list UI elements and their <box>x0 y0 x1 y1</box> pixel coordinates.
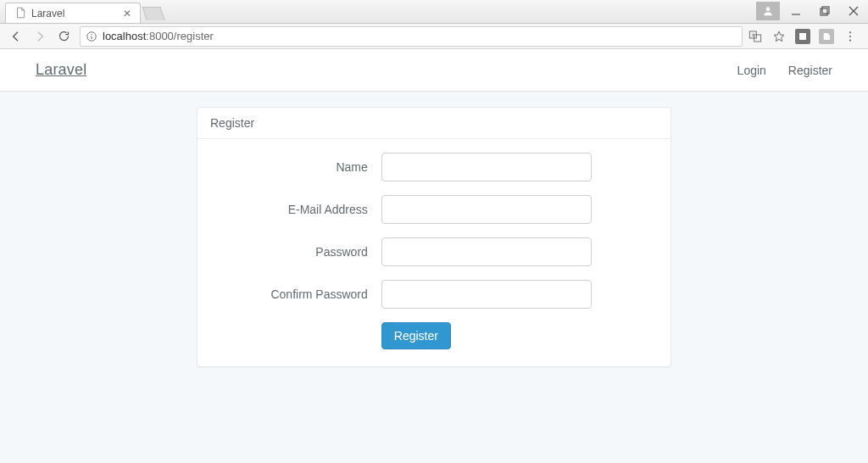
close-icon[interactable] <box>839 1 868 21</box>
app-navbar: Laravel Login Register <box>0 49 868 92</box>
brand-link[interactable]: Laravel <box>36 61 86 79</box>
url-port: :8000 <box>146 30 174 42</box>
minimize-icon[interactable] <box>782 1 810 21</box>
site-info-icon[interactable] <box>86 31 97 42</box>
svg-rect-13 <box>799 33 806 40</box>
name-field[interactable] <box>381 153 593 181</box>
nav-register-link[interactable]: Register <box>788 64 832 77</box>
maximize-icon[interactable] <box>810 1 839 21</box>
svg-rect-3 <box>822 7 829 14</box>
form-row-password: Password <box>214 237 654 266</box>
name-label: Name <box>214 160 381 174</box>
email-label: E-Mail Address <box>214 203 381 216</box>
address-bar: localhost:8000/register 文 <box>0 24 868 49</box>
browser-chrome: Laravel ✕ <box>0 0 868 49</box>
nav-links: Login Register <box>737 64 832 77</box>
back-button[interactable] <box>5 25 27 47</box>
url-path: /register <box>174 30 214 42</box>
svg-point-15 <box>849 35 851 36</box>
page-body: Laravel Login Register Register Name E-M… <box>0 49 868 463</box>
confirm-password-label: Confirm Password <box>214 287 381 301</box>
new-tab-button[interactable] <box>142 7 164 20</box>
address-bar-actions: 文 <box>748 29 863 44</box>
svg-point-14 <box>849 31 851 33</box>
extension-icon[interactable] <box>795 29 810 44</box>
confirm-password-field[interactable] <box>381 280 593 309</box>
user-icon[interactable] <box>756 2 780 20</box>
svg-point-8 <box>91 34 92 35</box>
form-row-email: E-Mail Address <box>214 195 654 224</box>
url-host: localhost <box>103 30 146 42</box>
tab-title: Laravel <box>31 8 64 20</box>
email-field[interactable] <box>381 195 593 224</box>
panel-body: Name E-Mail Address Password <box>198 139 670 366</box>
url-text: localhost:8000/register <box>103 30 214 42</box>
reload-button[interactable] <box>53 25 75 47</box>
password-label: Password <box>214 245 381 259</box>
main-container: Register Name E-Mail Address Password <box>36 92 832 367</box>
translate-icon[interactable]: 文 <box>748 29 763 44</box>
pdf-icon[interactable] <box>819 29 834 44</box>
svg-rect-2 <box>821 8 827 15</box>
browser-tab[interactable]: Laravel ✕ <box>5 3 141 23</box>
svg-point-16 <box>849 39 851 41</box>
form-row-confirm: Confirm Password <box>214 280 654 309</box>
tab-group: Laravel ✕ <box>0 0 163 23</box>
tab-bar: Laravel ✕ <box>0 0 868 24</box>
panel-heading: Register <box>198 108 670 139</box>
star-icon[interactable] <box>771 29 787 44</box>
form-row-name: Name <box>214 153 654 181</box>
window-controls <box>756 0 868 23</box>
svg-text:文: 文 <box>751 32 755 37</box>
password-field[interactable] <box>381 237 593 266</box>
kebab-icon[interactable] <box>843 29 858 44</box>
register-panel: Register Name E-Mail Address Password <box>197 107 671 367</box>
forward-button[interactable] <box>29 25 51 47</box>
submit-row: Register <box>214 322 654 349</box>
nav-login-link[interactable]: Login <box>737 64 766 77</box>
svg-marker-12 <box>774 31 784 42</box>
url-field[interactable]: localhost:8000/register <box>80 26 743 47</box>
register-button[interactable]: Register <box>381 322 451 349</box>
page-icon <box>14 7 26 20</box>
close-tab-icon[interactable]: ✕ <box>123 8 131 20</box>
svg-point-0 <box>766 7 771 11</box>
